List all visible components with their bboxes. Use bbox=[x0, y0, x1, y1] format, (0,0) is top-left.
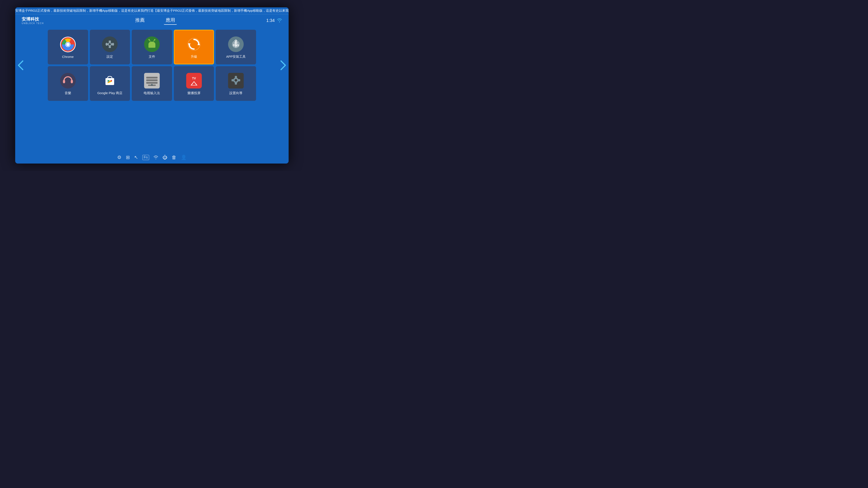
svg-rect-46 bbox=[146, 79, 158, 81]
app-tile-tv-input[interactable]: 电视输入法 bbox=[132, 66, 172, 101]
toolbar-settings-icon[interactable]: ⚙ bbox=[117, 155, 122, 160]
google-play-label: Google Play 商店 bbox=[97, 91, 122, 95]
chrome-icon bbox=[60, 37, 76, 52]
app-tile-google-play[interactable]: Google Play 商店 bbox=[90, 66, 130, 101]
toolbar-power-icon[interactable]: ⏻ bbox=[162, 155, 167, 160]
app-tile-installer[interactable]: APP安裝工具 bbox=[216, 30, 256, 64]
cast-icon: TV bbox=[186, 73, 202, 89]
app-tile-setup-wizard[interactable]: 設置向導 bbox=[216, 66, 256, 101]
upgrade-icon bbox=[186, 36, 202, 52]
tv-screen: 安博盒子PRO2正式發佈，最新技術突破地區限制，新增手機App移動版，這是有史以… bbox=[15, 7, 289, 164]
installer-icon bbox=[228, 36, 244, 52]
google-play-icon bbox=[102, 73, 118, 89]
svg-rect-45 bbox=[146, 77, 158, 78]
svg-marker-29 bbox=[188, 43, 190, 46]
toolbar-user-icon[interactable]: 👤 bbox=[181, 155, 187, 160]
nav-tabs: 推薦 應用 bbox=[133, 16, 177, 25]
app-tile-music[interactable]: 音樂 bbox=[48, 66, 88, 101]
nav-arrow-left[interactable] bbox=[18, 60, 24, 71]
svg-point-26 bbox=[154, 39, 155, 40]
svg-marker-28 bbox=[197, 42, 200, 45]
svg-point-35 bbox=[60, 73, 76, 89]
chrome-label: Chrome bbox=[62, 55, 73, 59]
logo-sub: UNBLOCK TECH bbox=[22, 22, 44, 25]
cast-label: 樂播投屏 bbox=[187, 91, 200, 95]
svg-rect-9 bbox=[109, 46, 111, 48]
toolbar-fn-icon[interactable]: Fn bbox=[142, 155, 149, 160]
header-right: 1:34 bbox=[266, 18, 282, 23]
main-content: Chrome bbox=[15, 27, 289, 104]
svg-rect-36 bbox=[63, 80, 65, 83]
ticker-text: 安博盒子PRO2正式發佈，最新技術突破地區限制，新增手機App移動版，這是有史以… bbox=[15, 9, 289, 13]
svg-rect-37 bbox=[71, 80, 73, 83]
svg-rect-47 bbox=[146, 82, 158, 84]
nav-arrow-right[interactable] bbox=[280, 60, 286, 71]
app-tile-files[interactable]: 文件 bbox=[132, 30, 172, 64]
wifi-icon bbox=[277, 19, 282, 22]
header: 安博科技 UNBLOCK TECH 推薦 應用 1:34 bbox=[15, 14, 289, 27]
tv-input-label: 电视输入法 bbox=[144, 91, 160, 95]
svg-point-25 bbox=[148, 39, 150, 40]
files-label: 文件 bbox=[149, 55, 155, 59]
svg-text:TV: TV bbox=[192, 76, 196, 80]
toolbar-grid-icon[interactable]: ⊞ bbox=[126, 155, 130, 160]
svg-point-56 bbox=[235, 79, 237, 82]
music-icon bbox=[60, 73, 76, 89]
svg-rect-50 bbox=[186, 73, 202, 89]
svg-rect-18 bbox=[148, 44, 155, 48]
app-tile-upgrade[interactable]: 升級 bbox=[174, 30, 214, 64]
settings-icon bbox=[102, 36, 118, 52]
toolbar-delete-icon[interactable]: 🗑 bbox=[172, 155, 177, 160]
svg-rect-58 bbox=[235, 83, 237, 85]
svg-rect-57 bbox=[235, 76, 237, 78]
tab-recommend[interactable]: 推薦 bbox=[133, 16, 147, 25]
settings-label: 設定 bbox=[106, 55, 113, 59]
files-icon bbox=[144, 36, 160, 52]
logo: 安博科技 UNBLOCK TECH bbox=[22, 16, 44, 25]
toolbar-wifi-icon[interactable] bbox=[153, 156, 158, 159]
tab-apps[interactable]: 應用 bbox=[164, 16, 177, 25]
setup-wizard-label: 設置向導 bbox=[229, 91, 242, 95]
svg-rect-8 bbox=[109, 40, 111, 42]
upgrade-label: 升級 bbox=[191, 55, 197, 59]
svg-rect-60 bbox=[231, 79, 234, 82]
tv-input-icon bbox=[144, 73, 160, 89]
svg-point-4 bbox=[66, 43, 70, 46]
ticker-bar: 安博盒子PRO2正式發佈，最新技術突破地區限制，新增手機App移動版，這是有史以… bbox=[15, 7, 289, 14]
app-grid: Chrome bbox=[48, 30, 256, 101]
toolbar-cursor-icon[interactable]: ↖ bbox=[134, 155, 138, 160]
app-tile-settings[interactable]: 設定 bbox=[90, 30, 130, 64]
music-label: 音樂 bbox=[65, 91, 71, 95]
svg-rect-59 bbox=[238, 79, 240, 82]
app-tile-chrome[interactable]: Chrome bbox=[48, 30, 88, 64]
logo-main: 安博科技 bbox=[22, 16, 44, 22]
app-tile-cast[interactable]: TV 樂播投屏 bbox=[174, 66, 214, 101]
bottom-toolbar: ⚙ ⊞ ↖ Fn ⏻ 🗑 👤 bbox=[117, 155, 187, 160]
clock: 1:34 bbox=[266, 18, 275, 23]
setup-wizard-icon bbox=[228, 73, 244, 89]
svg-point-7 bbox=[109, 43, 111, 45]
installer-label: APP安裝工具 bbox=[226, 55, 246, 59]
